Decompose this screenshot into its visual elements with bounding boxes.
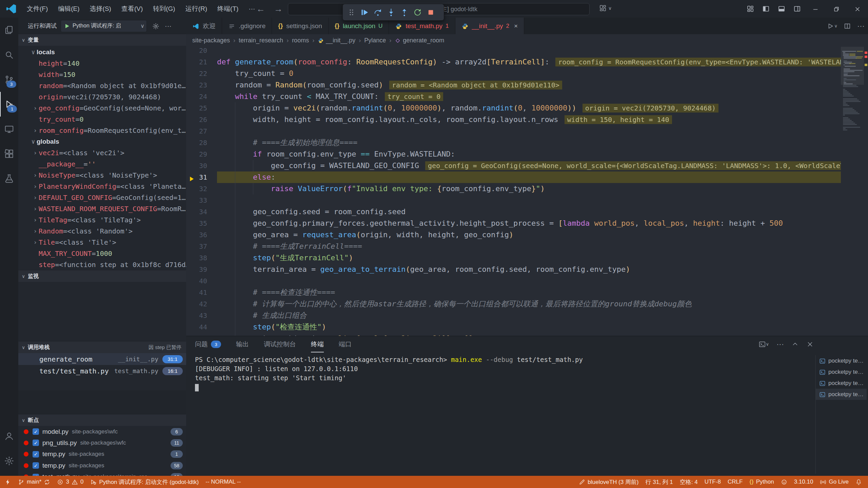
gear-icon[interactable] (152, 22, 159, 30)
layout-grid-icon[interactable] (599, 4, 607, 12)
chevron-up-button[interactable] (791, 341, 799, 348)
panel-tab-输出[interactable]: 输出 (236, 336, 249, 352)
code-line-40[interactable]: 40 (186, 275, 841, 287)
step-out-button[interactable] (398, 5, 411, 19)
breadcrumb-item[interactable]: terrain_research (239, 37, 283, 44)
step-over-button[interactable] (371, 5, 384, 19)
panel-tab-端口[interactable]: 端口 (339, 336, 352, 352)
statusbar-item-left-0[interactable] (1, 476, 15, 488)
statusbar-item-right-7[interactable]: 3.10.10 (791, 476, 817, 488)
variable-row[interactable]: ›DEFAULT_GEO_CONFIG = GeoConfig(seed=1… (18, 192, 186, 203)
panel-right[interactable] (789, 0, 805, 18)
code-line-42[interactable]: 42# 计算每一个出口的中心，然后使用astar生成路径，确保每一个出口组合都可… (186, 298, 841, 310)
menu-s[interactable]: 选择(S) (85, 0, 116, 18)
scope-row[interactable]: ∨globals (18, 136, 186, 147)
back-icon[interactable]: ← (256, 4, 265, 14)
code-line-39[interactable]: 39terrain_area = geo_area_to_terrain(geo… (186, 264, 841, 275)
variable-row[interactable]: random = <Random object at 0x1bf9d01e… (18, 80, 186, 91)
terminal-output[interactable]: PS C:\computer_science\godot-ldtk\site-p… (195, 355, 814, 476)
statusbar-item-right-8[interactable]: Go Live (816, 476, 852, 488)
code-line-25[interactable]: 25origin = vec2i(random.randint(0, 10000… (186, 102, 841, 114)
activity-account[interactable] (0, 424, 18, 448)
breadcrumb-item[interactable]: rooms (292, 37, 309, 44)
callstack-frame[interactable]: generate_room__init__.py31:1 (18, 353, 186, 365)
activity-search[interactable] (0, 42, 18, 67)
variable-row[interactable]: ›NoiseType = <class 'NoiseType'> (18, 169, 186, 181)
code-line-37[interactable]: 37# ====生成TerrainCell==== (186, 241, 841, 252)
stop-button[interactable] (424, 5, 437, 19)
close-button[interactable] (847, 0, 868, 18)
code-line-30[interactable]: 30geo_config = WASTELAND_GEO_CONFIGgeo_c… (186, 160, 841, 171)
watch-section-header[interactable]: ∨ 监视 (18, 270, 186, 282)
scope-row[interactable]: ∨locals (18, 46, 186, 58)
variable-row[interactable]: ›TileTag = <class 'TileTag'> (18, 214, 186, 225)
code-line-22[interactable]: 22try_count = 0 (186, 68, 841, 79)
statusbar-item-right-2[interactable]: 空格: 4 (676, 476, 701, 488)
menu-v[interactable]: 查看(V) (116, 0, 148, 18)
more-button[interactable]: ··· (776, 340, 784, 349)
step-into-button[interactable] (384, 5, 398, 19)
statusbar-item-left-4[interactable]: -- NORMAL -- (202, 476, 244, 488)
variable-row[interactable]: MAX_TRY_COUNT = 1000 (18, 248, 186, 259)
menu-e[interactable]: 编辑(E) (53, 0, 84, 18)
variable-row[interactable]: try_count = 0 (18, 114, 186, 125)
tab-settings.json[interactable]: {}settings.json (272, 18, 329, 34)
terminal-dd-button[interactable]: ∨ (758, 341, 769, 348)
variable-row[interactable]: width = 150 (18, 69, 186, 80)
statusbar-item-right-4[interactable]: CRLF (724, 476, 746, 488)
continue-button[interactable] (358, 5, 371, 19)
breakpoint-row[interactable]: ✓model.pysite-packages\wfc6 (18, 426, 186, 437)
breadcrumb-item[interactable]: generate_room (395, 37, 444, 44)
panel-bottom[interactable] (774, 0, 789, 18)
terminal-list-item[interactable]: pocketpy te… (816, 366, 867, 378)
breakpoint-row[interactable]: ✓test_math.pysite-packages\terrain_res…1… (18, 471, 186, 476)
variable-row[interactable]: ›Tile = <class 'Tile'> (18, 237, 186, 248)
menu-t[interactable]: 终端(T) (212, 0, 243, 18)
code-line-26[interactable]: 26width, height = room_config.layout.n_c… (186, 114, 841, 125)
panel-tab-终端[interactable]: 终端 (311, 336, 324, 352)
statusbar-item-right-3[interactable]: UTF-8 (701, 476, 724, 488)
start-debug-icon[interactable] (64, 23, 71, 29)
checkbox-checked[interactable]: ✓ (33, 451, 39, 458)
close-button[interactable] (806, 341, 814, 348)
breakpoints-section-header[interactable]: ∨ 断点 (18, 414, 186, 426)
close-icon[interactable]: × (514, 22, 518, 30)
breakpoint-row[interactable]: ✓png_utils.pysite-packages\wfc11 (18, 437, 186, 448)
code-line-24[interactable]: 24while try_count < MAX_TRY_COUNT:try_co… (186, 91, 841, 102)
breadcrumb-item[interactable]: __init__.py (318, 37, 355, 44)
checkbox-checked[interactable]: ✓ (33, 428, 39, 435)
code-editor[interactable]: 2021def generate_room(room_config: RoomR… (186, 47, 841, 336)
code-line-29[interactable]: 29if room_config.env_type == EnvType.WAS… (186, 148, 841, 160)
variable-row[interactable]: step = <function step at 0x1bf8c d716d… (18, 259, 186, 270)
variable-row[interactable]: ›geo_config = GeoConfig(seed=None, wor… (18, 102, 186, 114)
tab-__init__.py[interactable]: __init__.py2× (455, 18, 524, 34)
statusbar-item-left-1[interactable]: main* (15, 476, 54, 488)
code-line-35[interactable]: 35geo_config.primary_forces.geothermal_a… (186, 218, 841, 229)
code-line-43[interactable]: 43# 生成出口组合 (186, 310, 841, 321)
callstack-section-header[interactable]: ∨ 调用堆栈 因 step 已暂停 (18, 342, 186, 353)
minimap[interactable] (841, 47, 864, 336)
code-line-23[interactable]: 23random = Random(room_config.seed)rando… (186, 79, 841, 91)
debug-config-dropdown[interactable]: Python 调试程序: 启 ∨ (61, 20, 147, 32)
breakpoint-row[interactable]: ✓temp.pysite-packages58 (18, 460, 186, 471)
activity-monitor[interactable] (0, 117, 18, 141)
statusbar-item-right-0[interactable]: blueloveTH (3 周前) (575, 476, 642, 488)
variable-row[interactable]: ›WASTELAND_ROOM_REQUEST_CONFIG = RoomR… (18, 203, 186, 214)
code-line-36[interactable]: 36geo_area = request_area(origin, width,… (186, 229, 841, 241)
statusbar-item-right-5[interactable]: {}Python (746, 476, 777, 488)
layout-grid[interactable] (743, 0, 758, 18)
statusbar-item-right-9[interactable] (852, 476, 865, 488)
statusbar-item-left-3[interactable]: Python 调试程序: 启动文件 (godot-ldtk) (87, 476, 202, 488)
variable-row[interactable]: ›vec2i = <class 'vec2i'> (18, 147, 186, 158)
minimize-button[interactable] (805, 0, 826, 18)
panel-left[interactable] (758, 0, 774, 18)
terminal-list-item[interactable]: pocketpy te… (816, 389, 867, 400)
breakpoint-row[interactable]: ✓temp.pysite-packages1 (18, 449, 186, 460)
variable-row[interactable]: height = 140 (18, 58, 186, 69)
code-line-20[interactable]: 20 (186, 47, 841, 56)
forward-icon[interactable]: → (274, 4, 283, 14)
menu-f[interactable]: 文件(F) (22, 0, 53, 18)
code-line-38[interactable]: 38step("生成TerrainCell") (186, 252, 841, 264)
remote-window-icon[interactable]: ∨ (599, 4, 612, 12)
terminal-list-item[interactable]: pocketpy te… (816, 378, 867, 389)
